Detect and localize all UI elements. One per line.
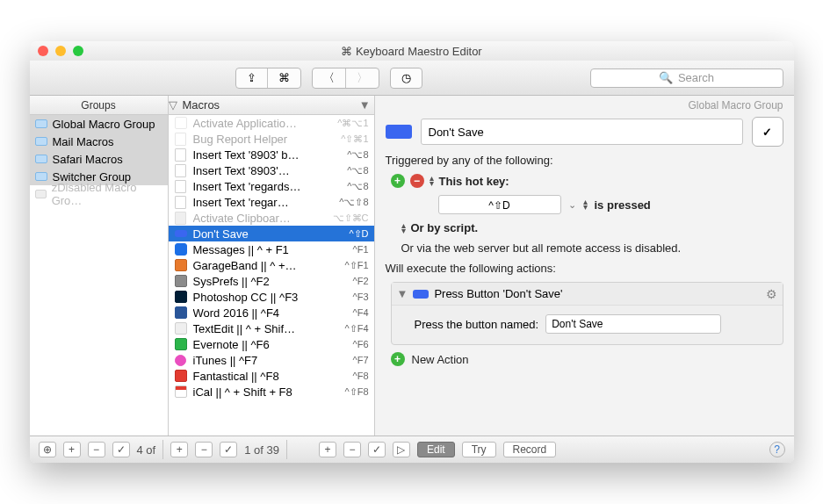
macro-item[interactable]: Insert Text 'regards…^⌥8 <box>169 178 374 194</box>
new-action-plus-icon[interactable]: + <box>391 352 405 366</box>
macro-item[interactable]: Insert Text '8903'…^⌥8 <box>169 162 374 178</box>
macros-add-button[interactable]: + <box>170 442 188 457</box>
macro-shortcut-label: ^⌥⇧8 <box>339 197 368 208</box>
macro-shortcut-label: ^⌥8 <box>347 165 368 176</box>
macro-shortcut-label: ^⇧F8 <box>345 386 369 398</box>
macro-item[interactable]: TextEdit || ^ + Shif…^⇧F4 <box>169 320 374 336</box>
macro-item[interactable]: GarageBand || ^ +…^⇧F1 <box>169 257 374 273</box>
macro-name-label: TextEdit || ^ + Shif… <box>193 322 340 335</box>
press-mode-stepper[interactable]: ▴▾ <box>583 199 588 210</box>
macro-item[interactable]: SysPrefs || ^F2^F2 <box>169 273 374 289</box>
macro-item[interactable]: iCal || ^ + Shift + F8^⇧F8 <box>169 384 374 400</box>
nav-forward-button[interactable]: 〉 <box>346 68 379 88</box>
macro-item[interactable]: Word 2016 || ^F4^F4 <box>169 305 374 320</box>
document-icon <box>175 180 186 193</box>
command-button[interactable]: ⌘ <box>268 68 300 88</box>
macro-item[interactable]: Insert Text 'regar…^⌥⇧8 <box>169 194 374 210</box>
group-item[interactable]: Safari Macros <box>30 150 168 168</box>
macro-name-label: Photoshop CC || ^F3 <box>193 291 348 304</box>
trigger-type-stepper[interactable]: ▴▾ <box>430 176 434 186</box>
action-gear-button[interactable]: ⚙ <box>766 287 777 301</box>
macros-enable-button[interactable]: ✓ <box>220 442 237 457</box>
macro-enabled-checkbox[interactable]: ✓ <box>752 117 783 147</box>
macro-name-label: Activate Applicatio… <box>193 117 333 130</box>
macro-item[interactable]: Insert Text '8903' b…^⌥8 <box>169 147 374 162</box>
groups-header[interactable]: Groups <box>30 96 168 115</box>
clock-icon: ◷ <box>401 71 411 84</box>
folder-icon <box>35 155 47 163</box>
help-button[interactable]: ? <box>769 442 785 457</box>
new-action-label[interactable]: New Action <box>412 353 469 366</box>
actions-add-button[interactable]: + <box>319 442 336 457</box>
macros-count-label: 1 of 39 <box>244 443 279 457</box>
sort-indicator-icon: ▽ <box>169 98 177 112</box>
group-context-label: Global Macro Group <box>688 99 783 112</box>
record-button[interactable]: Record <box>503 442 557 457</box>
macro-item[interactable]: Bug Report Helper^⇧⌘1 <box>169 131 374 147</box>
macro-name-label: iCal || ^ + Shift + F8 <box>193 385 340 399</box>
remove-trigger-button[interactable]: − <box>410 174 424 188</box>
hot-key-trigger-label: This hot key: <box>439 175 509 188</box>
messages-icon <box>175 243 187 256</box>
try-button[interactable]: Try <box>462 442 496 457</box>
groups-enable-button[interactable]: ✓ <box>112 442 130 457</box>
group-item[interactable]: Mail Macros <box>30 133 168 150</box>
groups-target-button[interactable]: ⊕ <box>39 442 56 457</box>
actions-remove-button[interactable]: − <box>343 442 361 457</box>
actions-try-button[interactable]: ▷ <box>393 442 410 457</box>
disclosure-triangle-icon[interactable]: ▼ <box>397 287 408 300</box>
app-icon <box>175 117 187 129</box>
macro-shortcut-label: ^⌘⌥1 <box>337 118 368 129</box>
macro-shortcut-label: ^F8 <box>353 371 369 381</box>
action-item[interactable]: ▼ Press Button 'Don't Save' ⚙ Press the … <box>391 282 783 345</box>
add-trigger-button[interactable]: + <box>391 174 405 188</box>
macro-item[interactable]: Activate Applicatio…^⌘⌥1 <box>169 115 374 131</box>
hot-key-field[interactable]: ^⇧D <box>438 195 561 214</box>
edit-button[interactable]: Edit <box>417 442 455 457</box>
document-icon <box>175 196 186 209</box>
folder-icon <box>35 172 47 181</box>
macro-item[interactable]: Activate Clipboar…⌥⇧⌘C <box>169 210 374 226</box>
triggered-by-label: Triggered by any of the following: <box>386 154 783 167</box>
action-title: Press Button 'Don't Save' <box>434 287 562 300</box>
hot-key-stepper-icon[interactable]: ⌄ <box>568 199 576 211</box>
macros-header[interactable]: ▽ Macros ▼ <box>169 96 374 115</box>
search-icon: 🔍 <box>659 71 673 84</box>
zoom-window-button[interactable] <box>73 46 83 56</box>
nav-back-button[interactable]: 〈 <box>313 68 346 88</box>
macro-item[interactable]: Evernote || ^F6^F6 <box>169 336 374 352</box>
groups-remove-button[interactable]: − <box>88 442 105 457</box>
group-item[interactable]: Global Macro Group <box>30 115 168 133</box>
groups-add-button[interactable]: + <box>63 442 81 457</box>
macro-item[interactable]: Messages || ^ + F1^F1 <box>169 241 374 257</box>
macro-shortcut-label: ^⇧F4 <box>345 323 369 335</box>
groups-count-label: 4 of <box>137 443 156 457</box>
group-label: zDisabled Macro Gro… <box>52 181 162 207</box>
minimize-window-button[interactable] <box>55 46 66 56</box>
actions-enable-button[interactable]: ✓ <box>368 442 386 457</box>
macro-shortcut-label: ^⌥8 <box>347 149 368 161</box>
macros-remove-button[interactable]: − <box>195 442 213 457</box>
macro-name-label: Insert Text 'regards… <box>193 180 343 193</box>
close-window-button[interactable] <box>38 46 48 56</box>
macro-item[interactable]: iTunes || ^F7^F7 <box>169 352 374 368</box>
document-icon <box>175 148 186 162</box>
macro-item[interactable]: Don't Save^⇧D <box>169 226 374 241</box>
detail-pane: Global Macro Group ✓ Triggered by any of… <box>375 96 794 436</box>
button-name-input[interactable] <box>545 314 721 334</box>
macro-item[interactable]: Photoshop CC || ^F3^F3 <box>169 289 374 305</box>
macro-color-swatch[interactable] <box>386 125 412 139</box>
ical-icon <box>175 385 187 398</box>
macro-name-input[interactable] <box>421 119 743 145</box>
macro-name-label: Bug Report Helper <box>193 133 336 146</box>
share-button[interactable]: ⇪ <box>236 68 268 88</box>
group-item[interactable]: zDisabled Macro Gro… <box>30 185 168 203</box>
macro-item[interactable]: Fantastical || ^F8^F8 <box>169 368 374 384</box>
search-field[interactable]: 🔍 Search <box>590 68 783 88</box>
script-trigger-stepper[interactable]: ▴▾ <box>401 223 406 234</box>
macro-name-label: Don't Save <box>193 227 344 241</box>
macro-shortcut-label: ^⇧F1 <box>345 260 369 271</box>
footer-bar: ⊕ + − ✓ 4 of + − ✓ 1 of 39 + − ✓ ▷ Edit … <box>30 436 794 463</box>
titlebar: ⌘ Keyboard Maestro Editor <box>30 41 794 61</box>
history-button[interactable]: ◷ <box>391 68 422 88</box>
